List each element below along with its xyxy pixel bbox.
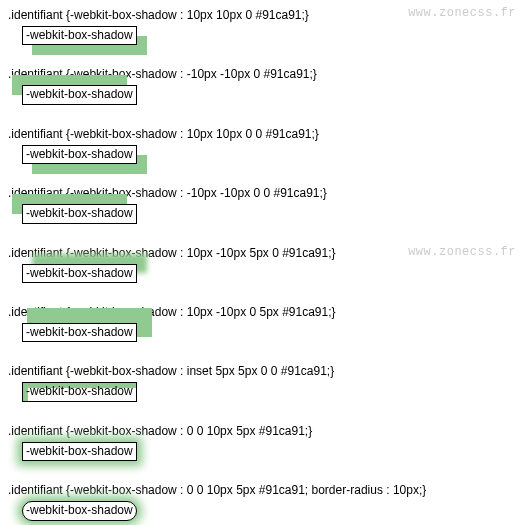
- example-entry: .identifiant {-webkit-box-shadow : 10px …: [8, 8, 518, 45]
- css-code-line: .identifiant {-webkit-box-shadow : 0 0 1…: [8, 483, 518, 497]
- example-entry: .identifiant {-webkit-box-shadow : 10px …: [8, 305, 518, 342]
- css-code-line: .identifiant {-webkit-box-shadow : 0 0 1…: [8, 424, 518, 438]
- demo-wrapper: -webkit-box-shadow: [8, 145, 518, 164]
- demo-wrapper: -webkit-box-shadow: [8, 85, 518, 104]
- demo-box: -webkit-box-shadow: [22, 501, 137, 520]
- demo-wrapper: -webkit-box-shadow: [8, 501, 518, 520]
- example-entry: .identifiant {-webkit-box-shadow : -10px…: [8, 186, 518, 223]
- demo-box: -webkit-box-shadow: [22, 323, 137, 342]
- css-code-line: .identifiant {-webkit-box-shadow : 10px …: [8, 305, 518, 319]
- css-code-line: .identifiant {-webkit-box-shadow : 10px …: [8, 127, 518, 141]
- demo-box: -webkit-box-shadow: [22, 264, 137, 283]
- demo-box: -webkit-box-shadow: [22, 204, 137, 223]
- demo-box: -webkit-box-shadow: [22, 85, 137, 104]
- example-entry: .identifiant {-webkit-box-shadow : 10px …: [8, 246, 518, 283]
- css-code-line: .identifiant {-webkit-box-shadow : 10px …: [8, 8, 518, 22]
- demo-wrapper: -webkit-box-shadow: [8, 204, 518, 223]
- demo-wrapper: -webkit-box-shadow: [8, 442, 518, 461]
- demo-wrapper: -webkit-box-shadow: [8, 264, 518, 283]
- example-entry: .identifiant {-webkit-box-shadow : -10px…: [8, 67, 518, 104]
- css-code-line: .identifiant {-webkit-box-shadow : inset…: [8, 364, 518, 378]
- demo-wrapper: -webkit-box-shadow: [8, 323, 518, 342]
- css-code-line: .identifiant {-webkit-box-shadow : 10px …: [8, 246, 518, 260]
- example-entry: .identifiant {-webkit-box-shadow : 0 0 1…: [8, 483, 518, 520]
- example-entry: .identifiant {-webkit-box-shadow : 10px …: [8, 127, 518, 164]
- demo-box: -webkit-box-shadow: [22, 145, 137, 164]
- demo-wrapper: -webkit-box-shadow: [8, 382, 518, 401]
- demo-box: -webkit-box-shadow: [22, 382, 137, 401]
- css-code-line: .identifiant {-webkit-box-shadow : -10px…: [8, 67, 518, 81]
- example-entry: .identifiant {-webkit-box-shadow : 0 0 1…: [8, 424, 518, 461]
- demo-box: -webkit-box-shadow: [22, 26, 137, 45]
- css-code-line: .identifiant {-webkit-box-shadow : -10px…: [8, 186, 518, 200]
- demo-wrapper: -webkit-box-shadow: [8, 26, 518, 45]
- example-entry: .identifiant {-webkit-box-shadow : inset…: [8, 364, 518, 401]
- demo-box: -webkit-box-shadow: [22, 442, 137, 461]
